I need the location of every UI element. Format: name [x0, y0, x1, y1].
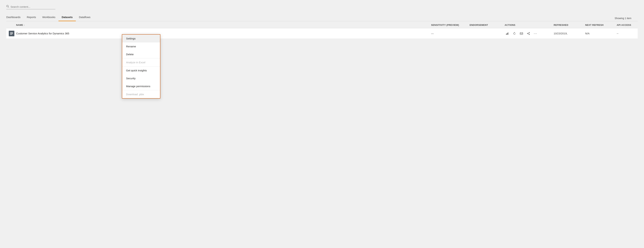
svg-point-13: [529, 34, 530, 35]
menu-item-delete[interactable]: Delete: [122, 50, 160, 58]
tab-dataflows[interactable]: Dataflows: [76, 14, 94, 21]
svg-line-15: [528, 34, 529, 34]
row-refreshed: 10/23/2019,: [554, 32, 585, 35]
table-row-wrapper: Customer Service Analytics for Dynamics …: [6, 28, 638, 39]
col-header-actions: ACTIONS: [504, 24, 554, 26]
col-header-name: NAME ↑: [16, 24, 431, 26]
menu-item-rename[interactable]: Rename: [122, 42, 160, 50]
col-header-refreshed: REFRESHED: [554, 24, 585, 26]
menu-item-manage-permissions[interactable]: Manage permissions: [122, 82, 160, 90]
menu-item-security[interactable]: Security: [122, 74, 160, 82]
tab-navigation: Dashboards Reports Workbooks Datasets Da…: [6, 14, 638, 21]
table-row: Customer Service Analytics for Dynamics …: [6, 28, 638, 39]
svg-rect-8: [508, 33, 508, 35]
row-api-access: --: [617, 32, 638, 35]
svg-rect-3: [10, 33, 13, 33]
svg-rect-2: [10, 32, 13, 33]
refresh-icon[interactable]: [512, 31, 517, 36]
row-actions: ···: [504, 31, 554, 36]
showing-count: Showing 1 item: [614, 17, 632, 20]
col-header-api-access: API ACCESS: [617, 24, 638, 26]
tab-workbooks[interactable]: Workbooks: [39, 14, 58, 21]
col-header-endorsement: ENDORSEMENT: [470, 24, 504, 26]
row-name: Customer Service Analytics for Dynamics …: [16, 32, 431, 35]
search-icon: [6, 5, 9, 9]
dataset-icon: [9, 31, 14, 36]
tab-reports[interactable]: Reports: [24, 14, 39, 21]
svg-rect-5: [10, 34, 12, 35]
menu-item-download-pbix: Download .pbix: [122, 90, 160, 98]
context-menu: Settings Rename Delete Analyze in Excel …: [122, 34, 160, 98]
share-icon[interactable]: [526, 31, 531, 36]
search-bar[interactable]: [6, 5, 55, 9]
analyze-icon[interactable]: [504, 31, 510, 36]
svg-point-12: [527, 33, 528, 34]
col-header-next-refresh: NEXT REFRESH: [585, 24, 617, 26]
svg-rect-7: [507, 33, 508, 35]
menu-item-settings[interactable]: Settings: [122, 35, 160, 42]
subscribe-icon[interactable]: [519, 31, 524, 36]
tab-dashboards[interactable]: Dashboards: [6, 14, 24, 21]
svg-rect-6: [506, 34, 506, 35]
menu-item-analyze-excel: Analyze in Excel: [122, 58, 160, 66]
row-next-refresh: N/A: [585, 32, 617, 35]
tab-datasets[interactable]: Datasets: [58, 14, 76, 21]
more-icon[interactable]: ···: [533, 31, 538, 36]
menu-item-get-quick-insights[interactable]: Get quick insights: [122, 66, 160, 74]
row-sensitivity: —: [431, 32, 470, 35]
svg-point-11: [529, 32, 530, 33]
svg-line-14: [528, 33, 529, 33]
svg-rect-10: [520, 33, 523, 35]
row-icon-cell: [6, 31, 16, 36]
table-header: NAME ↑ SENSITIVITY (preview) ENDORSEMENT…: [6, 21, 638, 28]
context-menu-wrapper: Settings Rename Delete Analyze in Excel …: [122, 34, 160, 98]
col-header-sensitivity: SENSITIVITY (preview): [431, 24, 470, 26]
search-input[interactable]: [10, 5, 49, 8]
svg-rect-4: [10, 34, 13, 34]
svg-line-1: [8, 7, 9, 8]
sort-asc-icon: ↑: [24, 24, 25, 26]
